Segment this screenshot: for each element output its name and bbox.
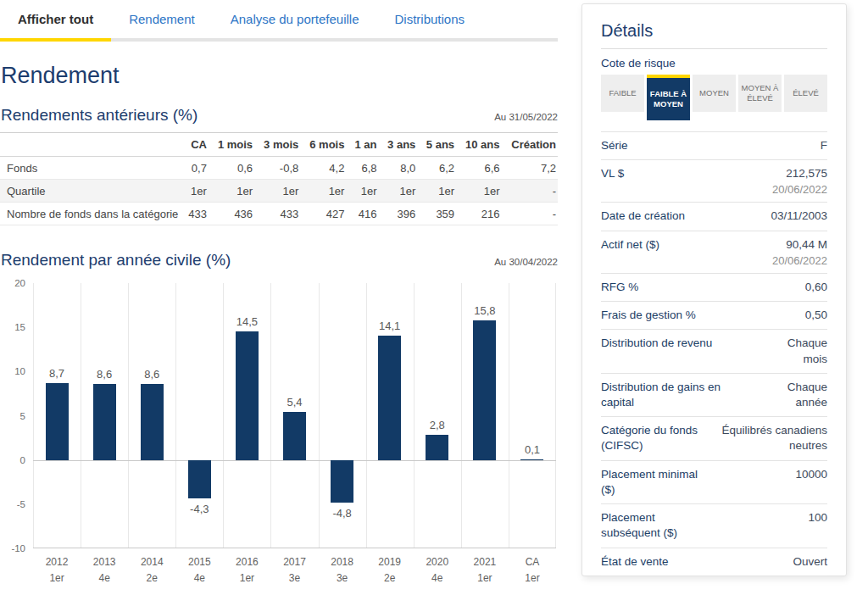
bar-value-label: 15,8 — [461, 304, 509, 317]
detail-row-date-de-creation: Date de création03/11/2003 — [601, 203, 827, 231]
detail-row-rfg: RFG %0,60 — [601, 274, 827, 302]
detail-value-group: Chaque mois — [787, 336, 827, 366]
cell-value: 433 — [254, 203, 300, 225]
detail-label: VL $ — [601, 166, 631, 181]
bar-2013 — [93, 384, 116, 460]
tab-afficher-tout[interactable]: Afficher tout — [0, 0, 111, 42]
bar-2020 — [426, 435, 448, 459]
risk-level-faible[interactable]: FAIBLE — [601, 75, 644, 112]
x-axis-quartile: 4e — [175, 570, 223, 587]
x-axis-quartile: 3e — [319, 570, 366, 587]
y-axis-tick-label: -10 — [11, 543, 25, 553]
risk-level-eleve[interactable]: ÉLEVÉ — [784, 75, 827, 112]
cell-value: 427 — [300, 203, 346, 225]
column-header-1-mois: 1 mois — [209, 133, 254, 157]
table-row-nombre-de-fonds-dans-la-categorie: Nombre de fonds dans la catégorie4334364… — [0, 203, 558, 225]
detail-label: Distribution de revenu — [601, 336, 719, 351]
x-axis-quartile: 4e — [81, 570, 128, 587]
bar-value-label: 0,1 — [509, 443, 556, 456]
calendar-returns-title: Rendement par année civile (%) — [1, 251, 231, 270]
x-axis-year: 2020 — [414, 554, 461, 570]
detail-value: 0,50 — [805, 308, 827, 323]
detail-value: 03/11/2003 — [771, 209, 827, 224]
x-axis-year: 2013 — [81, 554, 128, 570]
bar-ca — [520, 459, 543, 460]
risk-level-moyen-a-eleve[interactable]: MOYEN À ÉLEVÉ — [738, 75, 782, 112]
detail-label: État de vente — [601, 554, 676, 570]
x-axis-quartile: 1er — [33, 570, 81, 587]
y-axis-tick-label: 0 — [20, 455, 25, 465]
cell-value: 4,2 — [300, 157, 346, 180]
risk-level-moyen[interactable]: MOYEN — [693, 75, 736, 112]
detail-value: 100 — [808, 510, 827, 525]
column-header-1-an: 1 an — [346, 133, 378, 157]
x-axis-label-2017: 20173e — [270, 554, 318, 587]
column-header-ca: CA — [180, 133, 209, 157]
x-axis-quartile: 1er — [223, 570, 270, 587]
table-row-fonds: Fonds0,70,6-0,84,26,88,06,26,67,2 — [0, 157, 558, 180]
past-returns-title: Rendements antérieurs (%) — [1, 106, 198, 125]
detail-row-distribution-de-gains-en: Distribution de gains en capitalChaque a… — [601, 374, 827, 417]
detail-label: Placement subséquent ($) — [601, 510, 684, 541]
detail-row-frais-de-gestion: Frais de gestion %0,50 — [601, 302, 827, 330]
cell-value: 216 — [456, 203, 501, 225]
cell-value: 396 — [379, 203, 418, 225]
cell-value: 1er — [180, 180, 209, 203]
y-axis-tick-label: 10 — [14, 366, 25, 376]
chart-gridline — [555, 283, 556, 548]
column-header-5-ans: 5 ans — [417, 133, 456, 157]
bar-value-label: -4,8 — [319, 507, 366, 520]
details-panel: Détails Cote de risque FAIBLEFAIBLE À MO… — [581, 3, 847, 576]
x-axis-year: 2015 — [175, 554, 223, 570]
column-header-3-ans: 3 ans — [379, 133, 418, 157]
cell-value: -0,8 — [254, 157, 300, 180]
tab-analyse-du-portefeuille[interactable]: Analyse du portefeuille — [213, 0, 377, 42]
bar-2018 — [331, 460, 353, 503]
detail-value-group: Chaque année — [787, 380, 827, 410]
cell-value: 416 — [346, 203, 378, 225]
cell-value: 1er — [379, 180, 418, 203]
tab-distributions[interactable]: Distributions — [377, 0, 483, 42]
detail-value-group: 212,57520/06/2022 — [772, 166, 827, 196]
tab-rendement[interactable]: Rendement — [111, 0, 213, 42]
x-axis-year: 2017 — [270, 554, 318, 570]
cell-value: 1er — [254, 180, 300, 203]
bar-2019 — [378, 336, 401, 460]
x-axis-label-2013: 20134e — [81, 554, 128, 587]
row-label: Fonds — [0, 157, 180, 180]
x-axis-year: 2012 — [33, 554, 81, 570]
bar-2014 — [141, 384, 164, 460]
cell-value: - — [502, 180, 558, 203]
detail-label: Distribution de gains en capital — [601, 380, 727, 410]
detail-value: Chaque mois — [787, 336, 827, 366]
x-axis-label-2015: 20154e — [175, 554, 223, 587]
header-row: CA1 mois3 mois6 mois1 an3 ans5 ans10 ans… — [0, 133, 558, 157]
cell-value: 1er — [456, 180, 501, 203]
cell-value: 433 — [180, 203, 209, 225]
detail-value: Chaque année — [787, 380, 827, 410]
detail-value-group: 100 — [808, 510, 827, 525]
column-header-3-mois: 3 mois — [254, 133, 300, 157]
calendar-returns-header: Rendement par année civile (%) Au 30/04/… — [1, 251, 558, 270]
detail-row-placement: Placement subséquent ($)100 — [601, 504, 827, 548]
detail-value-group: 0,60 — [805, 280, 827, 295]
cell-value: 0,7 — [180, 157, 209, 180]
details-divider — [601, 48, 827, 49]
cell-value: 1er — [300, 180, 346, 203]
chart-plot-area: 20151050-5-108,78,68,6-4,314,55,4-4,814,… — [33, 283, 556, 548]
x-axis-year: 2014 — [128, 554, 175, 570]
x-axis-year: 2016 — [223, 554, 270, 570]
detail-label: Catégorie du fonds (CIFSC) — [601, 423, 704, 453]
detail-row-distribution-de-revenu: Distribution de revenuChaque mois — [601, 330, 827, 373]
detail-label: RFG % — [601, 280, 645, 295]
x-axis-label-2018: 20183e — [319, 554, 366, 587]
table-row-quartile: Quartile1er1er1er1er1er1er1er1er- — [0, 180, 558, 203]
risk-level-faible-a-moyen[interactable]: FAIBLE À MOYEN — [647, 75, 690, 120]
detail-value: Ouvert — [793, 554, 827, 570]
bar-2015 — [188, 460, 211, 498]
x-axis-label-2014: 20142e — [128, 554, 175, 587]
main-content: Afficher toutRendementAnalyse du portefe… — [0, 0, 558, 587]
cell-value: 6,6 — [456, 157, 501, 180]
cell-value: 436 — [209, 203, 254, 225]
x-axis-year: 2021 — [461, 554, 509, 570]
